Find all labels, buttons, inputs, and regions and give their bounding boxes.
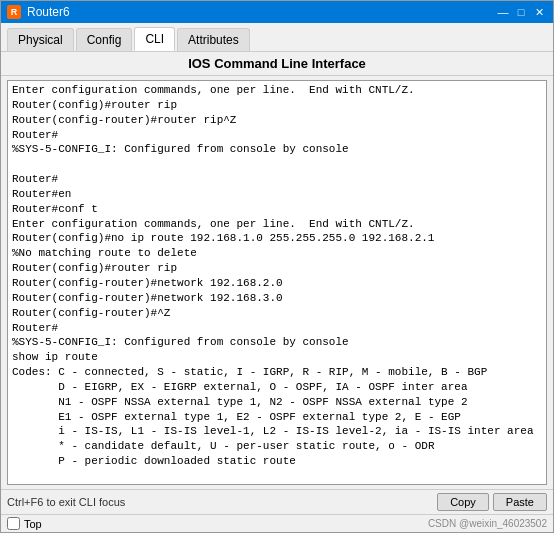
title-bar: R Router6 — □ ✕ [1, 1, 553, 23]
terminal-area[interactable]: Enter configuration commands, one per li… [7, 80, 547, 485]
maximize-button[interactable]: □ [513, 4, 529, 20]
section-title: IOS Command Line Interface [1, 52, 553, 76]
router6-window: R Router6 — □ ✕ Physical Config CLI Attr… [0, 0, 554, 533]
top-checkbox[interactable] [7, 517, 20, 530]
copy-button[interactable]: Copy [437, 493, 489, 511]
window-icon: R [7, 5, 21, 19]
tabs-bar: Physical Config CLI Attributes [1, 23, 553, 52]
top-label: Top [24, 518, 42, 530]
bottom-bar: Top CSDN @weixin_46023502 [1, 514, 553, 532]
title-controls: — □ ✕ [495, 4, 547, 20]
paste-button[interactable]: Paste [493, 493, 547, 511]
tab-config[interactable]: Config [76, 28, 133, 51]
title-bar-left: R Router6 [7, 5, 70, 19]
status-buttons: Copy Paste [437, 493, 547, 511]
tab-attributes[interactable]: Attributes [177, 28, 250, 51]
status-hint: Ctrl+F6 to exit CLI focus [7, 496, 125, 508]
status-bar: Ctrl+F6 to exit CLI focus Copy Paste [1, 489, 553, 514]
tab-physical[interactable]: Physical [7, 28, 74, 51]
top-checkbox-label[interactable]: Top [7, 517, 42, 530]
minimize-button[interactable]: — [495, 4, 511, 20]
tab-cli[interactable]: CLI [134, 27, 175, 51]
terminal-content: Enter configuration commands, one per li… [12, 83, 542, 485]
close-button[interactable]: ✕ [531, 4, 547, 20]
window-title: Router6 [27, 5, 70, 19]
watermark: CSDN @weixin_46023502 [428, 518, 547, 529]
